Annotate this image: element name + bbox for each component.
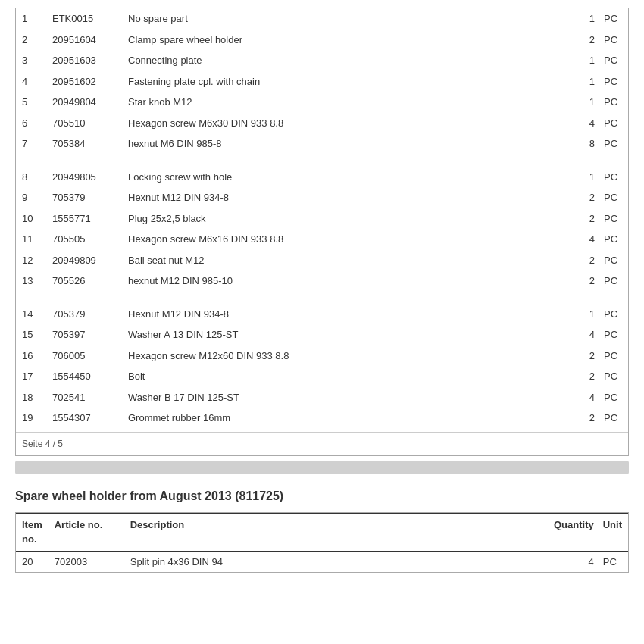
row-article: 1554307 [46,408,122,429]
row-qty: 2 [567,187,598,208]
row-num: 10 [16,208,46,230]
row-unit: PC [598,270,628,292]
row-article: 705379 [46,304,122,325]
row-article: 20949804 [46,92,122,113]
row-article: 702541 [46,387,122,408]
row-desc: Washer A 13 DIN 125-ST [122,324,567,345]
row-article: 705510 [46,113,122,134]
section2-table-wrapper: Item no. Article no. Description Quantit… [15,512,629,574]
row-desc: Hexnut M12 DIN 934-8 [122,187,567,208]
row-article: 20951603 [46,50,122,71]
table-header-row: Item no. Article no. Description Quantit… [16,513,628,551]
row-qty: 4 [567,113,598,134]
table-row: 320951603Connecting plate1PC [16,50,628,71]
row-unit: PC [598,133,628,155]
row-unit: PC [598,208,628,230]
row-unit: PC [598,250,628,271]
row-desc: Plug 25x2,5 black [122,208,567,230]
table-row: 20702003Split pin 4x36 DIN 944PC [16,551,628,572]
row-qty: 2 [567,250,598,271]
table-row: 191554307Grommet rubber 16mm2PC [16,408,628,429]
row-article: 20949809 [46,250,122,271]
row-desc: Grommet rubber 16mm [122,408,567,429]
row-qty: 1 [567,71,598,92]
row-article: 705384 [46,133,122,155]
row-desc: Hexnut M12 DIN 934-8 [122,304,567,325]
row-qty: 1 [567,304,598,325]
row-article: 705505 [46,229,122,250]
row-num: 1 [16,8,46,30]
table-row: 101555771Plug 25x2,5 black2PC [16,208,628,230]
row-article: 705397 [46,324,122,345]
row-article: 20951602 [46,71,122,92]
main-container: 1ETK0015No spare part1PC220951604Clamp s… [15,8,629,573]
row-num: 18 [16,387,46,408]
row-qty: 2 [567,270,598,292]
section2-title: Spare wheel holder from August 2013 (811… [15,489,629,506]
row-qty: 2 [567,408,598,429]
row-desc: Split pin 4x36 DIN 94 [124,551,548,572]
row-unit: PC [598,408,628,429]
row-num: 17 [16,366,46,387]
row-unit: PC [598,30,628,51]
row-unit: PC [598,113,628,134]
row-num: 11 [16,229,46,250]
header-desc: Description [124,513,548,551]
table-row: 820949805Locking screw with hole1PC [16,167,628,188]
header-unit: Unit [597,513,628,551]
row-unit: PC [598,304,628,325]
row-desc: Clamp spare wheel holder [122,30,567,51]
row-qty: 8 [567,133,598,155]
header-qty: Quantity [548,513,597,551]
row-num: 19 [16,408,46,429]
row-unit: PC [598,324,628,345]
table-row: 520949804Star knob M121PC [16,92,628,113]
row-qty: 1 [567,8,598,30]
row-desc: Locking screw with hole [122,167,567,188]
row-article: 702003 [48,551,124,572]
row-num: 12 [16,250,46,271]
row-num: 5 [16,92,46,113]
row-unit: PC [598,187,628,208]
row-unit: PC [598,387,628,408]
row-num: 7 [16,133,46,155]
table-row: 1ETK0015No spare part1PC [16,8,628,30]
row-num: 9 [16,187,46,208]
table-row: 11705505Hexagon screw M6x16 DIN 933 8.84… [16,229,628,250]
row-desc: Star knob M12 [122,92,567,113]
scrollbar[interactable] [15,461,629,474]
row-qty: 2 [567,30,598,51]
row-desc: hexnut M12 DIN 985-10 [122,270,567,292]
row-num: 8 [16,167,46,188]
table-row: 220951604Clamp spare wheel holder2PC [16,30,628,51]
row-unit: PC [597,551,628,572]
row-desc: No spare part [122,8,567,30]
section2-table: Item no. Article no. Description Quantit… [16,513,628,573]
parts-table-1: 1ETK0015No spare part1PC220951604Clamp s… [16,8,628,155]
row-num: 4 [16,71,46,92]
row-unit: PC [598,71,628,92]
row-num: 15 [16,324,46,345]
row-unit: PC [598,366,628,387]
row-qty: 1 [567,167,598,188]
row-article: 1554450 [46,366,122,387]
top-table-wrapper: 1ETK0015No spare part1PC220951604Clamp s… [15,8,629,456]
row-desc: hexnut M6 DIN 985-8 [122,133,567,155]
row-qty: 1 [567,92,598,113]
row-desc: Hexagon screw M6x16 DIN 933 8.8 [122,229,567,250]
row-num: 3 [16,50,46,71]
row-qty: 2 [567,208,598,230]
row-desc: Hexagon screw M6x30 DIN 933 8.8 [122,113,567,134]
table-row: 6705510Hexagon screw M6x30 DIN 933 8.84P… [16,113,628,134]
row-article: 20949805 [46,167,122,188]
row-article: 705526 [46,270,122,292]
row-qty: 4 [567,324,598,345]
table-row: 15705397Washer A 13 DIN 125-ST4PC [16,324,628,345]
header-article: Article no. [48,513,124,551]
table-row: 14705379Hexnut M12 DIN 934-81PC [16,304,628,325]
table-row: 16706005Hexagon screw M12x60 DIN 933 8.8… [16,345,628,367]
table-row: 420951602Fastening plate cpl. with chain… [16,71,628,92]
row-article: 1555771 [46,208,122,230]
row-num: 16 [16,345,46,367]
row-num: 20 [16,551,48,572]
